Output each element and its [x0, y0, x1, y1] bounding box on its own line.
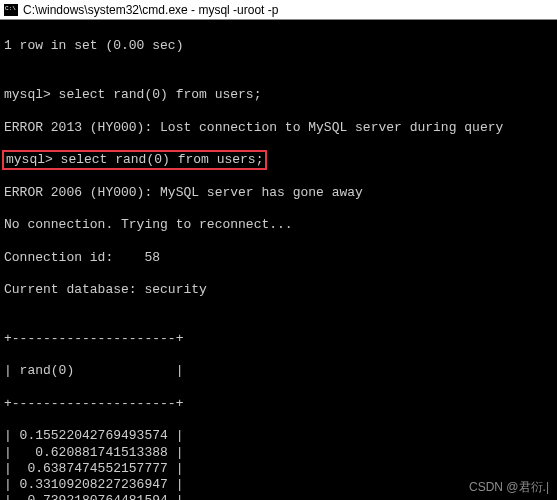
error-2013: ERROR 2013 (HY000): Lost connection to M… — [4, 120, 553, 136]
connection-id: Connection id: 58 — [4, 250, 553, 266]
table-border-mid: +---------------------+ — [4, 396, 553, 412]
current-database: Current database: security — [4, 282, 553, 298]
table-row: | 0.6387474552157777 | — [4, 461, 553, 477]
mysql-prompt-2-text: mysql> select rand(0) from users; — [6, 152, 263, 167]
window-title: C:\windows\system32\cmd.exe - mysql -uro… — [23, 3, 278, 17]
table-border-top: +---------------------+ — [4, 331, 553, 347]
highlight-box: mysql> select rand(0) from users; — [2, 150, 267, 170]
table-row: | 0.620881741513388 | — [4, 445, 553, 461]
cmd-icon — [4, 4, 18, 16]
result-count-top: 1 row in set (0.00 sec) — [4, 38, 553, 54]
watermark: CSDN @君衍.| — [469, 479, 549, 496]
table-row: | 0.15522042769493574 | — [4, 428, 553, 444]
window-titlebar[interactable]: C:\windows\system32\cmd.exe - mysql -uro… — [0, 0, 557, 20]
mysql-prompt-2-highlighted: mysql> select rand(0) from users; — [4, 152, 553, 168]
error-2006: ERROR 2006 (HY000): MySQL server has gon… — [4, 185, 553, 201]
mysql-prompt-1: mysql> select rand(0) from users; — [4, 87, 553, 103]
table-header: | rand(0) | — [4, 363, 553, 379]
terminal-output: 1 row in set (0.00 sec) mysql> select ra… — [0, 20, 557, 500]
no-connection: No connection. Trying to reconnect... — [4, 217, 553, 233]
column-header: rand(0) — [12, 363, 176, 378]
